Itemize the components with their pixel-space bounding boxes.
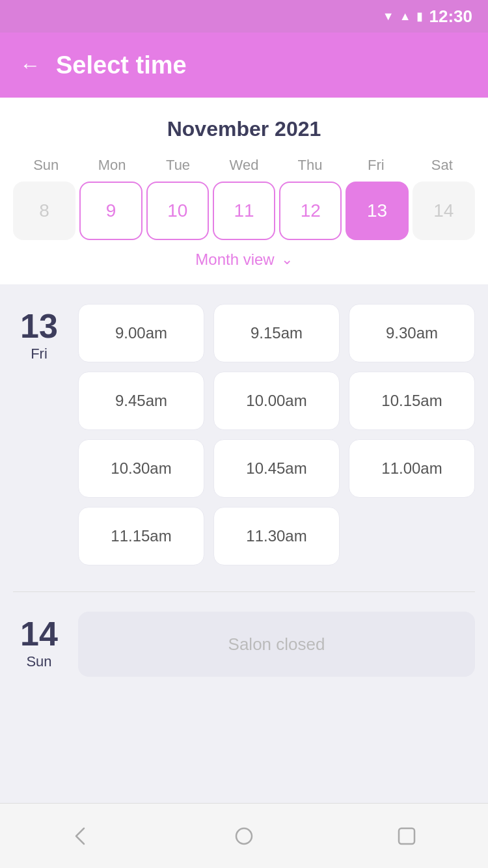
time-section: 13 Fri 9.00am 9.15am 9.30am 9.45am 10.00… — [0, 284, 488, 803]
weekday-fri: Fri — [343, 157, 409, 174]
nav-recent-button[interactable] — [392, 822, 421, 850]
day-number-13: 13 — [20, 309, 58, 343]
time-slot-1045[interactable]: 10.45am — [213, 439, 340, 498]
divider — [13, 591, 475, 592]
time-slot-1115[interactable]: 11.15am — [78, 507, 204, 565]
day-number-14: 14 — [20, 617, 58, 651]
header: ← Select time — [0, 33, 488, 98]
time-slot-930[interactable]: 9.30am — [349, 304, 475, 362]
nav-back-button[interactable] — [67, 822, 96, 850]
page-title: Select time — [56, 51, 187, 79]
weekday-wed: Wed — [211, 157, 277, 174]
date-9[interactable]: 9 — [79, 182, 142, 240]
time-slot-1000[interactable]: 10.00am — [213, 372, 340, 430]
date-13[interactable]: 13 — [346, 182, 408, 240]
day-label-13: 13 Fri — [13, 304, 65, 565]
svg-point-0 — [236, 828, 252, 844]
time-slot-915[interactable]: 9.15am — [213, 304, 340, 362]
date-8: 8 — [13, 182, 75, 240]
back-nav-icon — [70, 824, 93, 848]
svg-rect-1 — [399, 828, 414, 844]
day-label-14: 14 Sun — [13, 612, 65, 677]
time-slots-grid-13: 9.00am 9.15am 9.30am 9.45am 10.00am 10.1… — [78, 304, 475, 565]
status-icons: ▼ ▲ ▮ — [383, 9, 423, 23]
date-10[interactable]: 10 — [146, 182, 209, 240]
signal-icon: ▲ — [400, 10, 411, 23]
back-button[interactable]: ← — [20, 53, 40, 77]
weekday-sat: Sat — [409, 157, 475, 174]
time-slot-900[interactable]: 9.00am — [78, 304, 204, 362]
day-block-14: 14 Sun Salon closed — [13, 612, 475, 677]
wifi-icon: ▼ — [383, 10, 394, 23]
time-slot-945[interactable]: 9.45am — [78, 372, 204, 430]
date-14: 14 — [413, 182, 475, 240]
chevron-down-icon: ⌄ — [281, 251, 293, 268]
calendar-section: November 2021 Sun Mon Tue Wed Thu Fri Sa… — [0, 98, 488, 284]
day-name-14: Sun — [26, 653, 51, 670]
nav-home-button[interactable] — [230, 822, 258, 850]
month-title: November 2021 — [13, 117, 475, 141]
day-name-13: Fri — [31, 346, 47, 362]
status-bar: ▼ ▲ ▮ 12:30 — [0, 0, 488, 33]
weekday-thu: Thu — [277, 157, 343, 174]
weekday-row: Sun Mon Tue Wed Thu Fri Sat — [13, 157, 475, 174]
time-slot-1100[interactable]: 11.00am — [349, 439, 475, 498]
battery-icon: ▮ — [416, 9, 423, 23]
date-row: 8 9 10 11 12 13 14 — [13, 182, 475, 240]
weekday-mon: Mon — [79, 157, 144, 174]
month-view-toggle[interactable]: Month view ⌄ — [13, 240, 475, 271]
time-slot-1015[interactable]: 10.15am — [349, 372, 475, 430]
salon-closed-banner: Salon closed — [78, 612, 475, 677]
time-slot-1030[interactable]: 10.30am — [78, 439, 204, 498]
month-view-label: Month view — [195, 251, 274, 269]
time-slot-1130[interactable]: 11.30am — [213, 507, 340, 565]
weekday-sun: Sun — [13, 157, 79, 174]
day-block-13: 13 Fri 9.00am 9.15am 9.30am 9.45am 10.00… — [13, 304, 475, 565]
bottom-nav — [0, 803, 488, 868]
home-nav-icon — [232, 824, 256, 848]
weekday-tue: Tue — [145, 157, 211, 174]
date-11[interactable]: 11 — [213, 182, 275, 240]
status-time: 12:30 — [429, 7, 473, 27]
date-12[interactable]: 12 — [279, 182, 342, 240]
recent-nav-icon — [395, 824, 418, 848]
